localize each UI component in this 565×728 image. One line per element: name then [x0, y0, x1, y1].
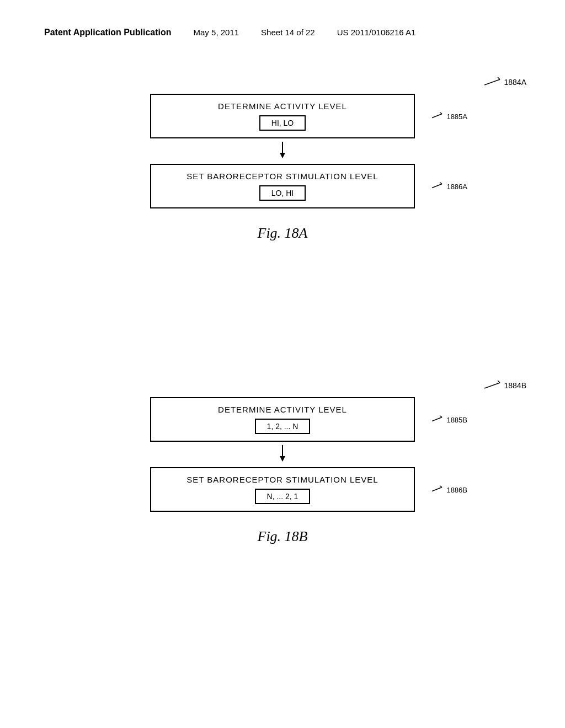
ref-18a-1: 1885A	[432, 112, 467, 120]
block-18b-2: SET BARORECEPTOR STIMULATION LEVEL N, ..…	[150, 467, 415, 512]
fig18a-section: 1884A DETERMINE ACTIVITY LEVEL HI, LO 18…	[33, 77, 532, 242]
flow-block-18b-1: DETERMINE ACTIVITY LEVEL 1, 2, ... N	[150, 397, 415, 442]
svg-marker-5	[280, 153, 285, 158]
ref-18b-1: 1885B	[432, 415, 467, 424]
fig18b-section: 1884B DETERMINE ACTIVITY LEVEL 1, 2, ...…	[33, 381, 532, 545]
svg-line-1	[498, 77, 500, 79]
ref-18a-1-label: 1885A	[446, 112, 467, 120]
flowchart-18b: DETERMINE ACTIVITY LEVEL 1, 2, ... N 188…	[150, 397, 415, 512]
outer-ref-18a-label: 1884A	[504, 78, 526, 87]
svg-line-14	[432, 488, 442, 491]
fig18a-label: Fig. 18A	[33, 225, 532, 242]
svg-line-10	[432, 417, 442, 421]
outer-ref-18b: 1884B	[484, 381, 526, 390]
publication-date: May 5, 2011	[194, 28, 239, 37]
block-18b-1-value: 1, 2, ... N	[255, 419, 311, 434]
outer-ref-18b-label: 1884B	[504, 381, 526, 390]
outer-ref-18a: 1884A	[484, 77, 526, 87]
ref-18a-2-label: 1886A	[446, 182, 467, 190]
fig18b-label: Fig. 18B	[33, 528, 532, 545]
svg-marker-13	[280, 456, 285, 462]
publication-title: Patent Application Publication	[44, 28, 172, 38]
sheet-info: Sheet 14 of 22	[261, 28, 315, 37]
svg-line-7	[440, 183, 442, 184]
ref-18a-2: 1886A	[432, 182, 467, 190]
block-18a-1-value: HI, LO	[259, 115, 306, 131]
flow-block-18a-2: SET BARORECEPTOR STIMULATION LEVEL LO, H…	[150, 164, 415, 208]
block-18a-1-title: DETERMINE ACTIVITY LEVEL	[160, 101, 405, 111]
ref-18b-2-label: 1886B	[446, 485, 467, 494]
flowchart-18a: DETERMINE ACTIVITY LEVEL HI, LO 1885A	[150, 94, 415, 208]
ref-18b-1-label: 1885B	[446, 415, 467, 424]
flow-block-18b-2: SET BARORECEPTOR STIMULATION LEVEL N, ..…	[150, 467, 415, 512]
block-18b-2-title: SET BARORECEPTOR STIMULATION LEVEL	[160, 475, 405, 484]
svg-line-2	[432, 114, 442, 118]
block-18b-2-value: N, ... 2, 1	[255, 489, 311, 504]
block-18b-1-title: DETERMINE ACTIVITY LEVEL	[160, 405, 405, 414]
svg-line-11	[440, 416, 442, 417]
arrow-18a	[150, 138, 415, 164]
ref-18b-2: 1886B	[432, 485, 467, 494]
svg-line-6	[432, 184, 442, 188]
arrow-18b	[150, 442, 415, 467]
svg-line-9	[498, 381, 500, 383]
svg-line-0	[484, 79, 500, 85]
flow-block-18a-1: DETERMINE ACTIVITY LEVEL HI, LO	[150, 94, 415, 138]
svg-line-3	[440, 113, 442, 114]
svg-line-8	[484, 383, 500, 388]
block-18a-1: DETERMINE ACTIVITY LEVEL HI, LO 1885A	[150, 94, 415, 138]
page-header: Patent Application Publication May 5, 20…	[0, 0, 565, 38]
block-18a-2-title: SET BARORECEPTOR STIMULATION LEVEL	[160, 172, 405, 181]
svg-line-15	[440, 486, 442, 488]
block-18b-1: DETERMINE ACTIVITY LEVEL 1, 2, ... N 188…	[150, 397, 415, 442]
patent-number: US 2011/0106216 A1	[337, 28, 416, 37]
block-18a-2: SET BARORECEPTOR STIMULATION LEVEL LO, H…	[150, 164, 415, 208]
block-18a-2-value: LO, HI	[259, 185, 306, 201]
